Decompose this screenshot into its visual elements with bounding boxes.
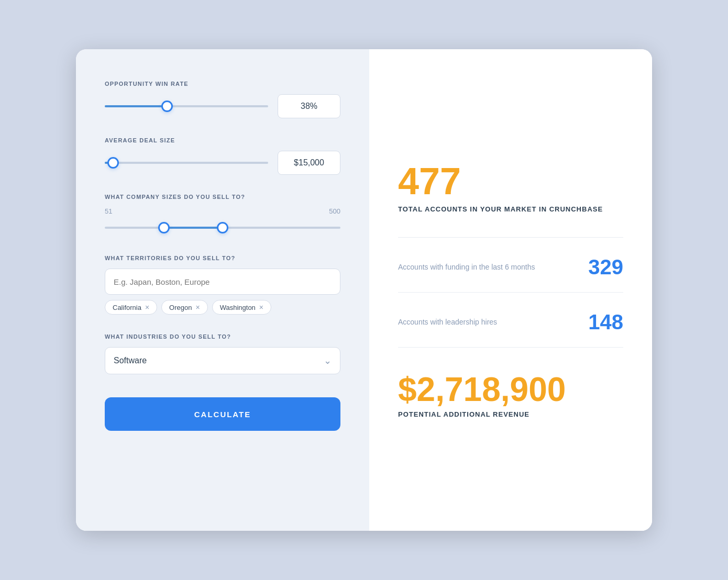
- deal-size-thumb[interactable]: [107, 157, 119, 169]
- tag-oregon-remove[interactable]: ×: [195, 303, 200, 311]
- divider-3: [398, 347, 623, 348]
- dual-fill: [164, 227, 223, 229]
- company-size-min: 51: [105, 207, 112, 215]
- win-rate-slider-row: 38%: [105, 94, 340, 118]
- revenue-block: $2,718,900 POTENTIAL ADDITIONAL REVENUE: [398, 357, 623, 418]
- win-rate-thumb[interactable]: [161, 101, 173, 112]
- deal-size-section: AVERAGE DEAL SIZE $15,000: [105, 137, 340, 175]
- total-accounts-number: 477: [398, 162, 623, 200]
- industry-select[interactable]: Software ⌄: [105, 347, 340, 374]
- deal-size-slider-row: $15,000: [105, 151, 340, 175]
- tag-california-remove[interactable]: ×: [145, 303, 149, 311]
- company-size-label: WHAT COMPANY SIZES DO YOU SELL TO?: [105, 194, 340, 200]
- chevron-down-icon: ⌄: [324, 355, 332, 366]
- win-rate-track: [105, 105, 268, 107]
- territories-section: WHAT TERRITORIES DO YOU SELL TO? Califor…: [105, 255, 340, 315]
- tags-row: California × Oregon × Washington ×: [105, 300, 340, 315]
- deal-size-track: [105, 162, 268, 164]
- divider-1: [398, 237, 623, 238]
- right-panel: 477 TOTAL ACCOUNTS IN YOUR MARKET IN CRU…: [369, 49, 652, 531]
- win-rate-fill: [105, 105, 167, 107]
- deal-size-slider-wrapper[interactable]: [105, 154, 268, 171]
- stat-leadership-value: 148: [588, 311, 623, 332]
- tag-oregon-label: Oregon: [169, 304, 192, 311]
- total-accounts-block: 477 TOTAL ACCOUNTS IN YOUR MARKET IN CRU…: [398, 162, 623, 228]
- stat-leadership-label: Accounts with leadership hires: [398, 318, 497, 326]
- company-size-range-labels: 51 500: [105, 207, 340, 215]
- stat-funding-value: 329: [588, 256, 623, 277]
- industry-value: Software: [114, 356, 147, 365]
- territories-input[interactable]: [105, 269, 340, 295]
- dual-slider[interactable]: [105, 219, 340, 236]
- tag-washington-label: Washington: [220, 304, 256, 311]
- tag-california: California ×: [105, 300, 157, 315]
- company-size-max: 500: [329, 207, 340, 215]
- dual-thumb-right[interactable]: [217, 222, 228, 233]
- stat-funding-label: Accounts with funding in the last 6 mont…: [398, 263, 535, 271]
- industries-label: WHAT INDUSTRIES DO YOU SELL TO?: [105, 333, 340, 340]
- divider-2: [398, 292, 623, 293]
- win-rate-input[interactable]: 38%: [278, 94, 340, 118]
- win-rate-label: OPPORTUNITY WIN RATE: [105, 81, 340, 87]
- deal-size-input[interactable]: $15,000: [278, 151, 340, 175]
- stat-leadership-row: Accounts with leadership hires 148: [398, 302, 623, 338]
- tag-california-label: California: [113, 304, 141, 311]
- revenue-label: POTENTIAL ADDITIONAL REVENUE: [398, 410, 623, 418]
- tag-washington: Washington ×: [212, 300, 271, 315]
- calculate-button[interactable]: CALCULATE: [105, 397, 340, 431]
- win-rate-slider-wrapper[interactable]: [105, 98, 268, 115]
- deal-size-label: AVERAGE DEAL SIZE: [105, 137, 340, 143]
- win-rate-section: OPPORTUNITY WIN RATE 38%: [105, 81, 340, 118]
- dual-track: [105, 227, 340, 229]
- main-card: OPPORTUNITY WIN RATE 38% AVERAGE DEAL SI…: [76, 49, 652, 531]
- dual-thumb-left[interactable]: [158, 222, 170, 233]
- company-size-section: WHAT COMPANY SIZES DO YOU SELL TO? 51 50…: [105, 194, 340, 236]
- tag-oregon: Oregon ×: [161, 300, 208, 315]
- stat-funding-row: Accounts with funding in the last 6 mont…: [398, 247, 623, 283]
- industries-section: WHAT INDUSTRIES DO YOU SELL TO? Software…: [105, 333, 340, 374]
- tag-washington-remove[interactable]: ×: [259, 303, 263, 311]
- left-panel: OPPORTUNITY WIN RATE 38% AVERAGE DEAL SI…: [76, 49, 369, 531]
- revenue-number: $2,718,900: [398, 373, 623, 406]
- territories-label: WHAT TERRITORIES DO YOU SELL TO?: [105, 255, 340, 261]
- total-accounts-label: TOTAL ACCOUNTS IN YOUR MARKET IN CRUNCHB…: [398, 205, 623, 213]
